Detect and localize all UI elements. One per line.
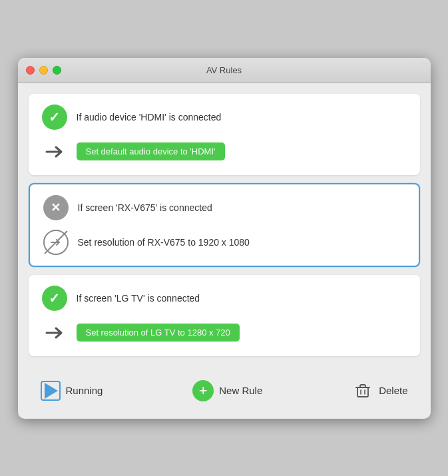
rules-list: ✓ If audio device 'HDMI' is connected Se…	[18, 83, 431, 367]
main-window: AV Rules ✓ If audio device 'HDMI' is con…	[18, 58, 431, 419]
condition-text-3: If screen 'LG TV' is connected	[77, 293, 200, 304]
play-triangle-icon	[45, 383, 58, 399]
action-arrow-icon-1	[42, 139, 67, 164]
action-row-1: Set default audio device to 'HDMI'	[42, 139, 407, 164]
new-rule-button[interactable]: + New Rule	[186, 376, 269, 405]
action-row-2: Set resolution of RX-V675 to 1920 x 1080	[43, 230, 405, 255]
action-badge-1: Set default audio device to 'HDMI'	[77, 142, 225, 160]
condition-icon-3: ✓	[42, 286, 67, 311]
condition-row-2: ✕ If screen 'RX-V675' is connected	[43, 195, 405, 220]
delete-button[interactable]: Delete	[345, 376, 414, 405]
rule-card-1[interactable]: ✓ If audio device 'HDMI' is connected Se…	[29, 94, 420, 175]
action-text-2: Set resolution of RX-V675 to 1920 x 1080	[78, 237, 250, 248]
action-row-3: Set resolution of LG TV to 1280 x 720	[42, 320, 407, 346]
plus-icon: +	[192, 380, 214, 401]
running-label: Running	[66, 385, 103, 396]
maximize-button[interactable]	[53, 66, 61, 75]
condition-row-1: ✓ If audio device 'HDMI' is connected	[42, 105, 407, 130]
action-badge-3: Set resolution of LG TV to 1280 x 720	[77, 324, 240, 342]
condition-row-3: ✓ If screen 'LG TV' is connected	[42, 286, 407, 311]
delete-label: Delete	[379, 385, 407, 396]
condition-icon-2: ✕	[43, 195, 69, 220]
condition-icon-1: ✓	[42, 105, 67, 130]
new-rule-label: New Rule	[219, 385, 262, 396]
play-icon	[41, 381, 61, 401]
svg-rect-0	[357, 387, 368, 397]
titlebar: AV Rules	[18, 58, 431, 83]
rule-card-3[interactable]: ✓ If screen 'LG TV' is connected Set res…	[29, 275, 420, 356]
rule-card-2[interactable]: ✕ If screen 'RX-V675' is connected Set r…	[29, 183, 420, 267]
condition-text-1: If audio device 'HDMI' is connected	[77, 112, 222, 122]
close-button[interactable]	[26, 66, 35, 75]
action-arrow-icon-2	[43, 230, 69, 255]
traffic-lights	[26, 66, 61, 75]
window-title: AV Rules	[206, 65, 242, 75]
condition-text-2: If screen 'RX-V675' is connected	[78, 202, 212, 213]
action-arrow-icon-3	[42, 320, 67, 346]
toolbar: Running + New Rule Delete	[18, 367, 431, 419]
minimize-button[interactable]	[39, 66, 48, 75]
trash-icon	[352, 380, 373, 401]
running-button[interactable]: Running	[34, 377, 110, 405]
